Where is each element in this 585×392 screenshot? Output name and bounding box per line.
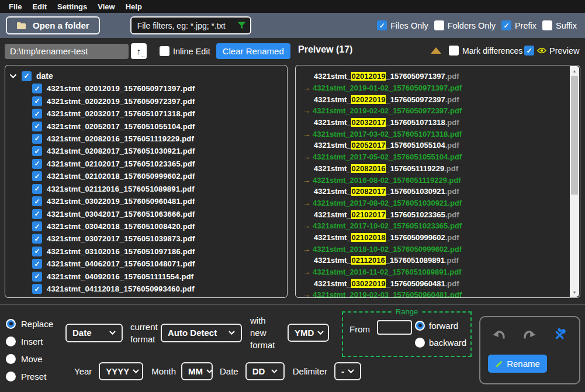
- preview-renamed-row[interactable]: →4321stmt_2019-02-03_1576050960481.pdf: [301, 289, 580, 298]
- file-row[interactable]: 4321stmt_04112018_1576050993460.pdf: [9, 283, 287, 295]
- preview-scrollbar[interactable]: [570, 66, 579, 297]
- inline-edit-checkbox-group[interactable]: Inline Edit: [160, 46, 210, 56]
- file-checkbox[interactable]: [32, 84, 42, 93]
- filter-funnel-icon[interactable]: [237, 22, 246, 29]
- file-row[interactable]: 4321stmt_03102016_1576051097186.pdf: [9, 245, 287, 258]
- file-checkbox[interactable]: [32, 259, 42, 269]
- file-checkbox[interactable]: [32, 122, 42, 131]
- rename-button[interactable]: Rename: [488, 355, 547, 373]
- radio-button[interactable]: [6, 337, 16, 346]
- date-part-dropdown[interactable]: YYYY: [99, 362, 143, 380]
- preview-original-row[interactable]: 4321stmt_02112016_1576051089891.pdf: [301, 255, 580, 266]
- file-checkbox[interactable]: [32, 134, 42, 144]
- preview-renamed-row[interactable]: →4321stmt_2017-08-02_1576051030921.pdf: [301, 197, 580, 209]
- file-row[interactable]: 4321stmt_04062017_1576051048071.pdf: [9, 258, 287, 270]
- file-row[interactable]: 4321stmt_02082017_1576051030921.pdf: [9, 145, 287, 157]
- date-part-dropdown[interactable]: DD: [245, 362, 285, 380]
- file-row[interactable]: 4321stmt_02052017_1576051055104.pdf: [9, 120, 287, 132]
- radio-button[interactable]: [415, 321, 425, 331]
- file-row[interactable]: 4321stmt_03072017_1576051039873.pdf: [9, 233, 287, 245]
- preview-renamed-row[interactable]: →4321stmt_2017-10-02_1576051023365.pdf: [301, 220, 580, 232]
- toolbar-checkbox-group[interactable]: Files Only: [377, 20, 428, 30]
- clear-renamed-button[interactable]: Clear Renamed: [216, 43, 290, 59]
- scrollbar-down-icon[interactable]: [570, 287, 579, 297]
- checkbox[interactable]: [542, 20, 552, 30]
- preview-original-row[interactable]: 4321stmt_02052017_1576051055104.pdf: [301, 140, 580, 151]
- date-part-dropdown[interactable]: -: [334, 362, 361, 380]
- file-checkbox[interactable]: [32, 196, 42, 206]
- preview-original-row[interactable]: 4321stmt_02012019_1576050971397.pdf: [301, 71, 580, 82]
- preview-original-row[interactable]: 4321stmt_02102018_1576050999602.pdf: [301, 232, 580, 244]
- file-checkbox[interactable]: [32, 221, 42, 231]
- inline-edit-checkbox[interactable]: [160, 46, 169, 56]
- radio-button[interactable]: [6, 319, 16, 329]
- preview-renamed-row[interactable]: →4321stmt_2018-10-02_1576050999602.pdf: [301, 243, 580, 255]
- preview-original-row[interactable]: 4321stmt_02082016_1576051119229.pdf: [301, 163, 580, 175]
- collapse-triangle-icon[interactable]: [431, 47, 441, 54]
- file-checkbox[interactable]: [32, 184, 42, 194]
- radio-button[interactable]: [6, 354, 16, 364]
- preview-checkbox[interactable]: [524, 46, 534, 55]
- file-row[interactable]: 4321stmt_03042017_1576051063666.pdf: [9, 207, 287, 220]
- file-row[interactable]: 4321stmt_04092016_1576051111554.pdf: [9, 270, 287, 283]
- mode-radio[interactable]: Insert: [6, 335, 53, 347]
- redo-icon[interactable]: [522, 329, 536, 341]
- file-row[interactable]: 4321stmt_02112016_1576051089891.pdf: [9, 183, 287, 195]
- undo-icon[interactable]: [492, 329, 506, 341]
- toolbar-checkbox-group[interactable]: Prefix: [501, 20, 536, 30]
- file-checkbox[interactable]: [32, 146, 42, 156]
- preview-original-row[interactable]: 4321stmt_02082017_1576051030921.pdf: [301, 186, 580, 197]
- scrollbar-thumb[interactable]: [571, 76, 578, 195]
- file-row[interactable]: 4321stmt_02102018_1576050999602.pdf: [9, 170, 287, 182]
- current-format-dropdown[interactable]: Auto Detect: [161, 324, 242, 342]
- file-row[interactable]: 4321stmt_02032017_1576051071318.pdf: [9, 107, 287, 120]
- file-checkbox[interactable]: [32, 209, 42, 219]
- file-checkbox[interactable]: [32, 284, 42, 294]
- open-folder-button[interactable]: Open a folder: [6, 16, 100, 34]
- file-row[interactable]: 4321stmt_02082016_1576051119229.pdf: [9, 133, 287, 145]
- preview-checkbox-group[interactable]: Preview: [524, 46, 580, 55]
- file-row[interactable]: 4321stmt_03042018_1576051008420.pdf: [9, 220, 287, 233]
- direction-radio[interactable]: backward: [415, 337, 466, 348]
- range-from-input[interactable]: [377, 320, 412, 335]
- tree-root-row[interactable]: date: [9, 70, 287, 82]
- menu-item[interactable]: File: [4, 2, 27, 11]
- mark-differences-checkbox-group[interactable]: Mark differences: [449, 46, 522, 55]
- radio-button[interactable]: [415, 338, 425, 348]
- checkbox[interactable]: [377, 20, 387, 30]
- file-checkbox[interactable]: [32, 159, 42, 169]
- tree-root-checkbox[interactable]: [22, 71, 32, 81]
- preview-renamed-row[interactable]: →4321stmt_2017-05-02_1576051055104.pdf: [301, 151, 580, 163]
- menu-item[interactable]: Help: [120, 2, 147, 11]
- file-row[interactable]: 4321stmt_02012019_1576050971397.pdf: [9, 82, 287, 95]
- menu-item[interactable]: Settings: [52, 2, 92, 11]
- direction-radio[interactable]: forward: [415, 320, 466, 331]
- file-row[interactable]: 4321stmt_02102017_1576051023365.pdf: [9, 158, 287, 170]
- menu-item[interactable]: View: [92, 2, 120, 11]
- file-checkbox[interactable]: [32, 247, 42, 256]
- tools-icon[interactable]: [553, 328, 566, 342]
- toolbar-checkbox-group[interactable]: Folders Only: [434, 20, 496, 30]
- file-checkbox[interactable]: [32, 171, 42, 181]
- preview-original-row[interactable]: 4321stmt_02102017_1576051023365.pdf: [301, 209, 580, 220]
- checkbox[interactable]: [434, 20, 444, 30]
- menu-item[interactable]: Edit: [27, 2, 52, 11]
- date-part-dropdown[interactable]: MM: [181, 362, 213, 380]
- up-folder-button[interactable]: ↑ ..: [131, 43, 147, 59]
- mode-radio[interactable]: Move: [6, 353, 53, 365]
- preview-renamed-row[interactable]: →4321stmt_2017-03-02_1576051071318.pdf: [301, 128, 580, 140]
- checkbox[interactable]: [501, 20, 511, 30]
- file-checkbox[interactable]: [32, 96, 42, 106]
- preview-renamed-row[interactable]: →4321stmt_2016-11-02_1576051089891.pdf: [301, 266, 580, 278]
- mark-differences-checkbox[interactable]: [449, 46, 459, 55]
- preview-renamed-row[interactable]: →4321stmt_2019-02-02_1576050972397.pdf: [301, 105, 580, 117]
- file-row[interactable]: 4321stmt_03022019_1576050960481.pdf: [9, 195, 287, 207]
- file-checkbox[interactable]: [32, 234, 42, 244]
- preview-renamed-row[interactable]: →4321stmt_2019-01-02_1576050971397.pdf: [301, 82, 580, 94]
- radio-button[interactable]: [6, 372, 16, 381]
- file-checkbox[interactable]: [32, 272, 42, 282]
- mode-radio[interactable]: Replace: [6, 318, 53, 329]
- preview-original-row[interactable]: 4321stmt_02022019_1576050972397.pdf: [301, 93, 580, 105]
- preview-original-row[interactable]: 4321stmt_03022019_1576050960481.pdf: [301, 277, 580, 289]
- rule-type-dropdown[interactable]: Date: [65, 324, 123, 342]
